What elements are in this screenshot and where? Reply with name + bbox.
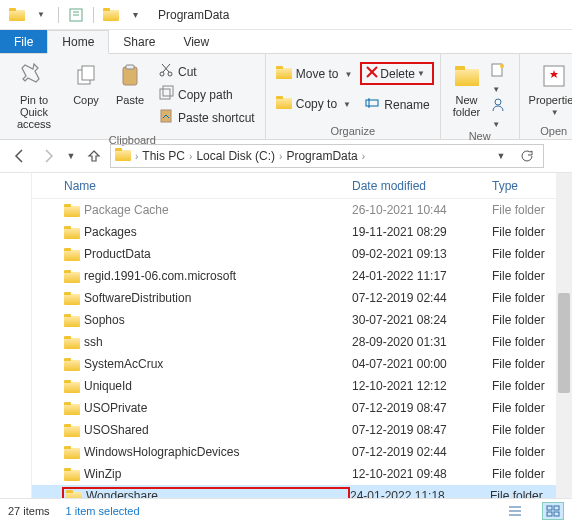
paste-button[interactable]: Paste xyxy=(110,56,150,110)
copy-path-button[interactable]: Copy path xyxy=(154,83,259,106)
folder-icon xyxy=(64,402,80,415)
paste-icon xyxy=(114,60,146,92)
search-divider xyxy=(548,144,564,168)
svg-line-9 xyxy=(163,64,170,72)
file-name: Packages xyxy=(84,225,137,239)
cut-button[interactable]: Cut xyxy=(154,60,259,83)
svg-rect-4 xyxy=(82,66,94,80)
properties-qat-icon[interactable] xyxy=(65,4,87,26)
chevron-right-icon[interactable]: › xyxy=(135,151,138,162)
status-bar: 27 items 1 item selected xyxy=(0,498,572,522)
table-row[interactable]: ProductData09-02-2021 09:13File folder xyxy=(32,243,572,265)
file-date: 07-12-2019 02:44 xyxy=(352,445,492,459)
file-name: Package Cache xyxy=(84,203,169,217)
table-row[interactable]: WindowsHolographicDevices07-12-2019 02:4… xyxy=(32,441,572,463)
table-row[interactable]: regid.1991-06.com.microsoft24-01-2022 11… xyxy=(32,265,572,287)
move-to-button[interactable]: Move to▼ xyxy=(272,64,357,84)
folder-icon xyxy=(66,490,82,499)
svg-rect-25 xyxy=(547,506,552,510)
new-item-icon[interactable]: ▼ xyxy=(490,62,512,95)
new-folder-icon xyxy=(451,60,483,92)
table-row[interactable]: USOShared07-12-2019 08:47File folder xyxy=(32,419,572,441)
file-name: USOShared xyxy=(84,423,149,437)
column-header-name[interactable]: Name xyxy=(64,179,352,193)
table-row[interactable]: USOPrivate07-12-2019 08:47File folder xyxy=(32,397,572,419)
nav-history-dropdown[interactable]: ▼ xyxy=(64,144,78,168)
ribbon-group-organize: Move to▼ Copy to▼ Delete▼ Rename Organiz… xyxy=(266,54,441,139)
folder-icon xyxy=(64,292,80,305)
move-to-icon xyxy=(276,66,292,82)
paste-shortcut-button[interactable]: Paste shortcut xyxy=(154,106,259,129)
address-dropdown[interactable]: ▼ xyxy=(489,144,513,168)
pin-to-quick-access-button[interactable]: Pin to Quick access xyxy=(6,56,62,134)
table-row[interactable]: Sophos30-07-2021 08:24File folder xyxy=(32,309,572,331)
file-date: 12-10-2021 09:48 xyxy=(352,467,492,481)
file-date: 24-01-2022 11:18 xyxy=(350,489,490,498)
table-row[interactable]: SystemAcCrux04-07-2021 00:00File folder xyxy=(32,353,572,375)
file-date: 28-09-2020 01:31 xyxy=(352,335,492,349)
file-name: WindowsHolographicDevices xyxy=(84,445,239,459)
rename-button[interactable]: Rename xyxy=(360,93,433,116)
chevron-right-icon[interactable]: › xyxy=(279,151,282,162)
copy-to-icon xyxy=(276,96,292,112)
table-row[interactable]: UniqueId12-10-2021 12:12File folder xyxy=(32,375,572,397)
tab-view[interactable]: View xyxy=(169,30,223,53)
file-date: 07-12-2019 08:47 xyxy=(352,423,492,437)
file-list[interactable]: Name Date modified Type Package Cache26-… xyxy=(32,173,572,498)
table-row[interactable]: WinZip12-10-2021 09:48File folder xyxy=(32,463,572,485)
breadcrumb[interactable]: ProgramData xyxy=(286,149,357,163)
properties-icon xyxy=(538,60,570,92)
nav-up-button[interactable] xyxy=(82,144,106,168)
svg-point-20 xyxy=(495,99,501,105)
column-headers[interactable]: Name Date modified Type xyxy=(32,173,572,199)
folder-icon xyxy=(64,336,80,349)
vertical-scrollbar[interactable] xyxy=(556,173,572,498)
qat-dropdown[interactable]: ▼ xyxy=(30,4,52,26)
svg-rect-27 xyxy=(547,512,552,516)
thumbnails-view-button[interactable] xyxy=(542,502,564,520)
status-item-count: 27 items xyxy=(8,505,50,517)
new-folder-button[interactable]: New folder xyxy=(447,56,487,122)
table-row[interactable]: Packages19-11-2021 08:29File folder xyxy=(32,221,572,243)
qat-customize[interactable]: ▾ xyxy=(124,4,146,26)
file-date: 04-07-2021 00:00 xyxy=(352,357,492,371)
file-name: SoftwareDistribution xyxy=(84,291,191,305)
chevron-right-icon[interactable]: › xyxy=(189,151,192,162)
properties-button[interactable]: Properties ▼ xyxy=(526,56,572,121)
nav-forward-button[interactable] xyxy=(36,144,60,168)
table-row[interactable]: ssh28-09-2020 01:31File folder xyxy=(32,331,572,353)
easy-access-icon[interactable]: ▼ xyxy=(490,97,512,130)
delete-button-highlighted[interactable]: Delete▼ xyxy=(360,62,433,85)
chevron-right-icon[interactable]: › xyxy=(362,151,365,162)
file-date: 30-07-2021 08:24 xyxy=(352,313,492,327)
tab-home[interactable]: Home xyxy=(47,30,109,54)
table-row[interactable]: Package Cache26-10-2021 10:44File folder xyxy=(32,199,572,221)
nav-back-button[interactable] xyxy=(8,144,32,168)
copy-path-icon xyxy=(158,85,174,104)
file-name: USOPrivate xyxy=(84,401,147,415)
title-bar: ▼ ▾ ProgramData xyxy=(0,0,572,30)
file-name: ProductData xyxy=(84,247,151,261)
column-header-date[interactable]: Date modified xyxy=(352,179,492,193)
copy-to-button[interactable]: Copy to▼ xyxy=(272,94,357,114)
address-bar[interactable]: › This PC › Local Disk (C:) › ProgramDat… xyxy=(110,144,544,168)
file-name: UniqueId xyxy=(84,379,132,393)
details-view-button[interactable] xyxy=(504,502,526,520)
folder-icon xyxy=(64,314,80,327)
refresh-button[interactable] xyxy=(515,144,539,168)
table-row[interactable]: Wondershare24-01-2022 11:18File folder xyxy=(32,485,572,498)
table-row[interactable]: SoftwareDistribution07-12-2019 02:44File… xyxy=(32,287,572,309)
breadcrumb[interactable]: This PC xyxy=(142,149,185,163)
navigation-pane[interactable] xyxy=(0,173,32,498)
tab-file[interactable]: File xyxy=(0,30,47,53)
svg-rect-5 xyxy=(123,67,137,85)
tab-share[interactable]: Share xyxy=(109,30,169,53)
copy-button[interactable]: Copy xyxy=(66,56,106,110)
file-name: SystemAcCrux xyxy=(84,357,163,371)
status-selected-count: 1 item selected xyxy=(66,505,140,517)
folder-open-icon[interactable] xyxy=(100,4,122,26)
svg-rect-13 xyxy=(161,110,171,122)
breadcrumb[interactable]: Local Disk (C:) xyxy=(196,149,275,163)
file-name: Sophos xyxy=(84,313,125,327)
folder-icon xyxy=(64,358,80,371)
